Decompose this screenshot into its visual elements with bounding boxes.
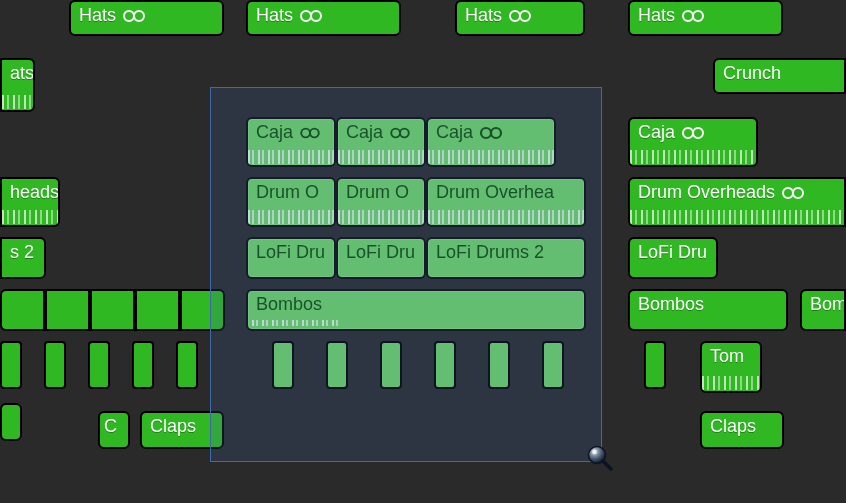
region-hats[interactable]: Hats: [628, 0, 783, 36]
region-strip[interactable]: [45, 289, 90, 331]
region-drum-overheads[interactable]: Drum Overheads: [628, 177, 846, 227]
svg-line-20: [603, 461, 611, 469]
region-bom-fragment[interactable]: Bom: [800, 289, 846, 331]
region-label: Drum Overhea: [436, 181, 554, 204]
region-drum-overheads[interactable]: Drum O: [336, 177, 426, 227]
loop-icon: [681, 8, 705, 24]
region-body: [338, 146, 424, 165]
loop-icon: [389, 126, 411, 140]
region-label: C: [104, 415, 117, 438]
region-hit[interactable]: [488, 341, 510, 389]
region-header: LoFi Dru: [248, 239, 334, 266]
waveform: [248, 150, 334, 164]
region-lofi-drums[interactable]: LoFi Dru: [336, 237, 426, 279]
region-header: Caja: [338, 119, 424, 146]
region-caja[interactable]: Caja: [336, 117, 426, 167]
region-hit[interactable]: [272, 341, 294, 389]
region-hit[interactable]: [44, 341, 66, 389]
region-header: Claps: [702, 413, 782, 440]
region-header: Tom: [702, 343, 760, 370]
region-c-fragment[interactable]: C: [98, 411, 130, 449]
region-lofi-drums[interactable]: LoFi Drums 2: [426, 237, 586, 279]
region-caja[interactable]: Caja: [426, 117, 556, 167]
region-body: [248, 318, 584, 329]
region-label: Hats: [79, 4, 116, 27]
region-bombos[interactable]: Bombos: [246, 289, 586, 331]
region-heads-fragment[interactable]: heads: [0, 177, 60, 227]
svg-point-4: [510, 11, 520, 21]
region-hats[interactable]: Hats: [246, 0, 401, 36]
region-body: [2, 206, 58, 225]
region-strip[interactable]: [180, 289, 225, 331]
region-hit[interactable]: [88, 341, 110, 389]
region-label: LoFi Dru: [638, 241, 707, 264]
region-ats-fragment[interactable]: ats: [0, 58, 35, 112]
region-label: s 2: [10, 241, 34, 264]
waveform: [2, 95, 33, 109]
region-lofi-drums[interactable]: LoFi Dru: [246, 237, 336, 279]
region-hit[interactable]: [644, 341, 666, 389]
region-header: Drum Overhea: [428, 179, 584, 206]
region-label: Drum Overheads: [638, 181, 775, 204]
region-strip[interactable]: [0, 289, 45, 331]
region-hats[interactable]: Hats: [455, 0, 585, 36]
svg-point-3: [311, 11, 321, 21]
region-label: Drum O: [346, 181, 409, 204]
region-header: Bombos: [248, 291, 584, 318]
svg-point-0: [124, 11, 134, 21]
svg-point-2: [301, 11, 311, 21]
region-caja[interactable]: Caja: [628, 117, 758, 167]
region-label: LoFi Drums 2: [436, 241, 544, 264]
region-drum-overheads[interactable]: Drum Overhea: [426, 177, 586, 227]
region-body: [428, 146, 554, 165]
region-hit[interactable]: [434, 341, 456, 389]
region-claps[interactable]: Claps: [140, 411, 224, 449]
region-header: s 2: [2, 239, 44, 266]
region-hit[interactable]: [132, 341, 154, 389]
svg-point-18: [589, 447, 606, 464]
svg-point-17: [793, 188, 803, 198]
region-tom[interactable]: Tom: [700, 341, 762, 393]
loop-icon: [508, 8, 532, 24]
loop-icon: [122, 8, 146, 24]
region-hit[interactable]: [176, 341, 198, 389]
region-hit[interactable]: [380, 341, 402, 389]
region-hats[interactable]: Hats: [69, 0, 224, 36]
region-bombos[interactable]: Bombos: [628, 289, 788, 331]
region-hit[interactable]: [0, 341, 22, 389]
timeline-workspace[interactable]: Hats Hats Hats Hats: [0, 0, 846, 503]
region-label: LoFi Dru: [346, 241, 415, 264]
region-header: Bom: [802, 291, 844, 318]
loop-icon: [479, 125, 503, 141]
region-drum-overheads[interactable]: Drum O: [246, 177, 336, 227]
region-header: Drum O: [248, 179, 334, 206]
loop-icon: [299, 8, 323, 24]
region-body: [248, 206, 334, 225]
region-header: LoFi Dru: [338, 239, 424, 266]
waveform: [2, 210, 58, 224]
region-caja[interactable]: Caja: [246, 117, 336, 167]
svg-point-7: [693, 11, 703, 21]
region-lofi-drums[interactable]: LoFi Dru: [628, 237, 718, 279]
waveform: [630, 210, 844, 224]
region-hit[interactable]: [542, 341, 564, 389]
region-hit[interactable]: [326, 341, 348, 389]
region-body: [2, 87, 33, 110]
region-s2-fragment[interactable]: s 2: [0, 237, 46, 279]
waveform: [702, 376, 760, 390]
svg-point-12: [481, 128, 491, 138]
region-header: Caja: [248, 119, 334, 146]
region-label: Tom: [710, 345, 744, 368]
loop-icon: [781, 185, 805, 201]
region-body: [702, 370, 760, 391]
region-claps[interactable]: Claps: [700, 411, 784, 449]
region-header: Caja: [630, 119, 756, 146]
loop-icon: [681, 125, 705, 141]
region-strip[interactable]: [90, 289, 135, 331]
region-fragment[interactable]: [0, 403, 22, 441]
region-label: Bom: [810, 293, 844, 316]
region-header: Claps: [142, 413, 222, 440]
region-crunch[interactable]: Crunch: [713, 58, 846, 94]
waveform: [428, 150, 554, 164]
region-strip[interactable]: [135, 289, 180, 331]
